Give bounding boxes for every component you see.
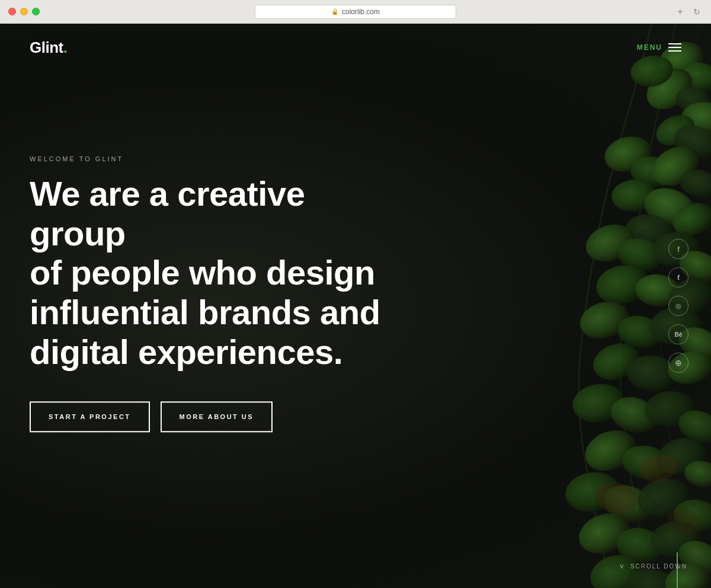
hero-line-4: digital experiences. xyxy=(30,333,342,371)
more-about-button[interactable]: MORE ABOUT US xyxy=(161,402,273,433)
url-text: colorlib.com xyxy=(342,8,380,16)
reload-button[interactable]: ↻ xyxy=(691,6,703,18)
logo[interactable]: Glint. xyxy=(30,39,67,57)
menu-button[interactable]: MENU xyxy=(637,43,681,52)
social-icons: f t ◎ Bé ⊕ xyxy=(668,239,688,373)
address-bar[interactable]: 🔒 colorlib.com xyxy=(255,5,456,19)
browser-chrome: 🔒 colorlib.com + ↻ xyxy=(0,0,711,24)
facebook-icon[interactable]: f xyxy=(668,239,688,259)
lock-icon: 🔒 xyxy=(331,8,338,15)
scroll-line xyxy=(677,552,678,588)
minimize-button[interactable] xyxy=(20,8,28,15)
navbar: Glint. MENU xyxy=(0,24,711,71)
maximize-button[interactable] xyxy=(32,8,40,15)
traffic-lights xyxy=(8,8,40,15)
twitter-label: t xyxy=(677,273,680,282)
hero-line-1: We are a creative group xyxy=(30,174,305,253)
twitter-icon[interactable]: t xyxy=(668,267,688,287)
hero-line-2: of people who design xyxy=(30,254,375,292)
chevron-down-icon: ∨ xyxy=(619,562,626,570)
start-project-button[interactable]: START A PROJECT xyxy=(30,402,150,433)
new-tab-button[interactable]: + xyxy=(674,6,686,18)
scroll-down[interactable]: ∨ SCROLL DOWN xyxy=(619,562,687,570)
hero-content: WELCOME TO GLINT We are a creative group… xyxy=(0,155,415,432)
menu-label: MENU xyxy=(637,43,662,52)
hero-heading: We are a creative group of people who de… xyxy=(30,174,385,372)
instagram-icon[interactable]: ◎ xyxy=(668,296,688,316)
website-viewport: Glint. MENU WELCOME TO GLINT We are a cr… xyxy=(0,24,711,588)
dribbble-icon[interactable]: ⊕ xyxy=(668,353,688,373)
welcome-tag: WELCOME TO GLINT xyxy=(30,155,385,162)
dribbble-label: ⊕ xyxy=(675,358,682,368)
hero-line-3: influential brands and xyxy=(30,293,380,331)
hamburger-icon xyxy=(668,43,681,52)
logo-dot: . xyxy=(63,39,68,56)
behance-label: Bé xyxy=(675,331,683,338)
facebook-label: f xyxy=(677,245,680,254)
instagram-label: ◎ xyxy=(675,302,681,310)
close-button[interactable] xyxy=(8,8,16,15)
hero-buttons: START A PROJECT MORE ABOUT US xyxy=(30,402,385,433)
scroll-label: SCROLL DOWN xyxy=(630,563,687,570)
behance-icon[interactable]: Bé xyxy=(668,324,688,344)
logo-text: Glint xyxy=(30,39,63,56)
